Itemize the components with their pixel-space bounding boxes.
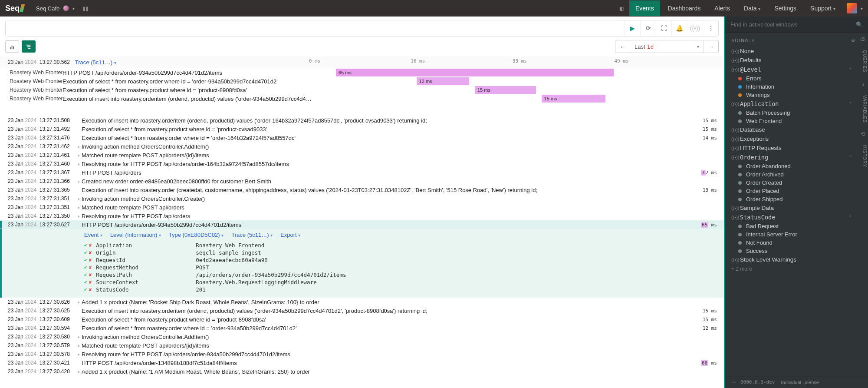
signal-button[interactable]: ((•))	[687, 20, 703, 36]
signal-warnings[interactable]: Warnings	[725, 91, 858, 99]
detail-event[interactable]: Event ▾	[84, 232, 102, 238]
signal-defaults[interactable]: ((•))Defaults	[725, 56, 858, 65]
signal-errors[interactable]: Errors	[725, 74, 858, 83]
side-tab-history[interactable]: HISTORY	[858, 140, 868, 172]
signal-none[interactable]: ((•))None	[725, 46, 858, 56]
search-icon[interactable]: 🔍	[856, 21, 863, 28]
signal-stock[interactable]: ((•))Stock Level Warnings	[725, 255, 858, 264]
signal-batch[interactable]: Batch Processing	[725, 109, 858, 117]
event-row[interactable]: 23 Jan 2024 13:27:30.578 ● Resolving rou…	[0, 350, 724, 358]
signal-success[interactable]: Success	[725, 247, 858, 255]
event-row[interactable]: 23 Jan 2024 13:27:30.594 Execution of se…	[0, 324, 724, 332]
trace-span-row[interactable]: Roastery Web Frontend HTTP POST /api/ord…	[0, 68, 724, 77]
event-row[interactable]: 23 Jan 2024 13:27:31.492 Execution of se…	[0, 125, 724, 133]
query-input[interactable]	[6, 20, 625, 36]
exclude-button[interactable]: ✘	[89, 257, 92, 263]
nav-settings[interactable]: Settings	[768, 0, 802, 16]
include-button[interactable]: ✔	[84, 287, 87, 292]
trace-span-row[interactable]: Roastery Web Frontend Execution of selec…	[0, 86, 724, 94]
signal-level[interactable]: ((•))@Level˄	[725, 65, 858, 74]
right-search-input[interactable]	[730, 21, 856, 28]
include-button[interactable]: ✔	[84, 279, 87, 285]
include-button[interactable]: ✔	[84, 257, 87, 263]
side-tab-money-icon[interactable]: $	[858, 33, 868, 45]
detail-level[interactable]: Level (Information) ▾	[110, 232, 161, 238]
detail-type[interactable]: Type (0xE80D5C02) ▾	[169, 232, 224, 238]
signal-created[interactable]: Order Created	[725, 179, 858, 187]
event-row[interactable]: 23 Jan 2024 13:27:31.367 HTTP POST /api/…	[0, 168, 724, 177]
signal-information[interactable]: Information	[725, 83, 858, 91]
more-button[interactable]: ⋮	[703, 20, 718, 36]
chevron-down-icon[interactable]: ▾	[861, 6, 863, 11]
avatar[interactable]	[847, 3, 857, 13]
range-prev-button[interactable]: ←	[615, 40, 630, 53]
event-row[interactable]: 23 Jan 2024 13:27:31.508 Execution of in…	[0, 116, 724, 125]
exclude-button[interactable]: ✘	[89, 279, 92, 285]
signal-sample[interactable]: ((•))Sample Data	[725, 203, 858, 212]
event-row[interactable]: 23 Jan 2024 13:27:31.351 ● Matched route…	[0, 203, 724, 212]
event-row[interactable]: 23 Jan 2024 13:27:31.476 Execution of se…	[0, 133, 724, 142]
event-row[interactable]: 23 Jan 2024 13:27:30.627 HTTP POST /api/…	[0, 220, 724, 229]
signal-exceptions[interactable]: ((•))Exceptions	[725, 134, 858, 143]
run-button[interactable]: ▶	[625, 20, 640, 36]
include-button[interactable]: ✔	[84, 250, 87, 255]
trace-span-row[interactable]: Roastery Web Frontend Execution of inser…	[0, 94, 724, 103]
exclude-button[interactable]: ✘	[89, 287, 92, 292]
chart-view-button[interactable]	[5, 40, 19, 53]
range-select[interactable]: Last 1d ▾	[630, 40, 704, 53]
event-row[interactable]: 23 Jan 2024 13:27:31.460 ● Resolving rou…	[0, 159, 724, 168]
add-signal-button[interactable]: ⊕	[851, 37, 855, 43]
bell-button[interactable]: 🔔	[671, 20, 687, 36]
include-button[interactable]: ✔	[84, 265, 87, 270]
nav-events[interactable]: Events	[629, 0, 660, 16]
signal-badreq[interactable]: Bad Request	[725, 222, 858, 230]
signal-ordering[interactable]: ((•))Ordering˄	[725, 153, 858, 162]
signal-abandoned[interactable]: Order Abandoned	[725, 162, 858, 170]
side-tab-var-icon[interactable]: 𝑥	[858, 78, 868, 90]
event-row[interactable]: 23 Jan 2024 13:27:30.579 ● Matched route…	[0, 341, 724, 350]
side-tab-history-icon[interactable]: ⟲	[858, 128, 868, 140]
signal-archived[interactable]: Order Archived	[725, 170, 858, 179]
bookmark-icon[interactable]: ▮▮	[79, 2, 92, 15]
event-row[interactable]: 23 Jan 2024 13:27:31.462 ● Invoking acti…	[0, 142, 724, 151]
event-row[interactable]: 23 Jan 2024 13:27:31.350 ● Resolving rou…	[0, 212, 724, 220]
include-button[interactable]: ✔	[84, 272, 87, 278]
exclude-button[interactable]: ✘	[89, 265, 92, 270]
event-row[interactable]: 23 Jan 2024 13:27:30.421 HTTP POST /api/…	[0, 358, 724, 367]
expand-button[interactable]: ⛶	[656, 20, 671, 36]
signal-database[interactable]: ((•))Database	[725, 125, 858, 134]
detail-export[interactable]: Export ▾	[280, 232, 300, 238]
logo[interactable]: Seq	[5, 4, 24, 13]
range-next-button[interactable]: →	[704, 40, 718, 53]
trace-link[interactable]: Trace (5c11…) ▾	[75, 59, 116, 66]
exclude-button[interactable]: ✘	[89, 272, 92, 278]
event-row[interactable]: 23 Jan 2024 13:27:30.625 Execution of in…	[0, 306, 724, 315]
heartbeat-icon[interactable]: 〰	[731, 380, 736, 385]
signal-shipped[interactable]: Order Shipped	[725, 195, 858, 203]
detail-trace[interactable]: Trace (5c11…) ▾	[231, 232, 273, 238]
event-row[interactable]: 23 Jan 2024 13:27:31.461 ● Matched route…	[0, 151, 724, 159]
signal-webfe[interactable]: Web Frontend	[725, 117, 858, 125]
signal-application[interactable]: ((•))Application˄	[725, 99, 858, 109]
signal-ise[interactable]: Internal Server Error	[725, 230, 858, 239]
theme-toggle-icon[interactable]: ◐	[616, 2, 628, 15]
signals-more[interactable]: + 2 more	[725, 264, 858, 274]
exclude-button[interactable]: ✘	[89, 242, 92, 248]
nav-support[interactable]: Support ▾	[804, 0, 842, 16]
refresh-button[interactable]: ⟳	[640, 20, 656, 36]
event-row[interactable]: 23 Jan 2024 13:27:30.420 ● Added 1 x pro…	[0, 367, 724, 376]
event-row[interactable]: 23 Jan 2024 13:27:31.351 ● Invoking acti…	[0, 194, 724, 203]
event-row[interactable]: 23 Jan 2024 13:27:30.609 Execution of se…	[0, 315, 724, 324]
event-row[interactable]: 23 Jan 2024 13:27:31.366 ● Created new o…	[0, 177, 724, 186]
workspace-selector[interactable]: Seq Cafe ▾	[36, 5, 75, 12]
exclude-button[interactable]: ✘	[89, 250, 92, 255]
signal-status[interactable]: ((•))StatusCode˄	[725, 212, 858, 222]
signal-placed[interactable]: Order Placed	[725, 187, 858, 195]
trace-view-button[interactable]	[22, 40, 36, 53]
event-row[interactable]: 23 Jan 2024 13:27:31.365 Execution of in…	[0, 186, 724, 194]
trace-span-row[interactable]: Roastery Web Frontend Execution of selec…	[0, 77, 724, 86]
event-row[interactable]: 23 Jan 2024 13:27:30.626 ● Added 1 x pro…	[0, 298, 724, 306]
side-tab-variables[interactable]: VARIABLES	[858, 90, 868, 128]
event-row[interactable]: 23 Jan 2024 13:27:30.580 ● Invoking acti…	[0, 332, 724, 341]
side-tab-queries[interactable]: QUERIES	[858, 45, 868, 78]
